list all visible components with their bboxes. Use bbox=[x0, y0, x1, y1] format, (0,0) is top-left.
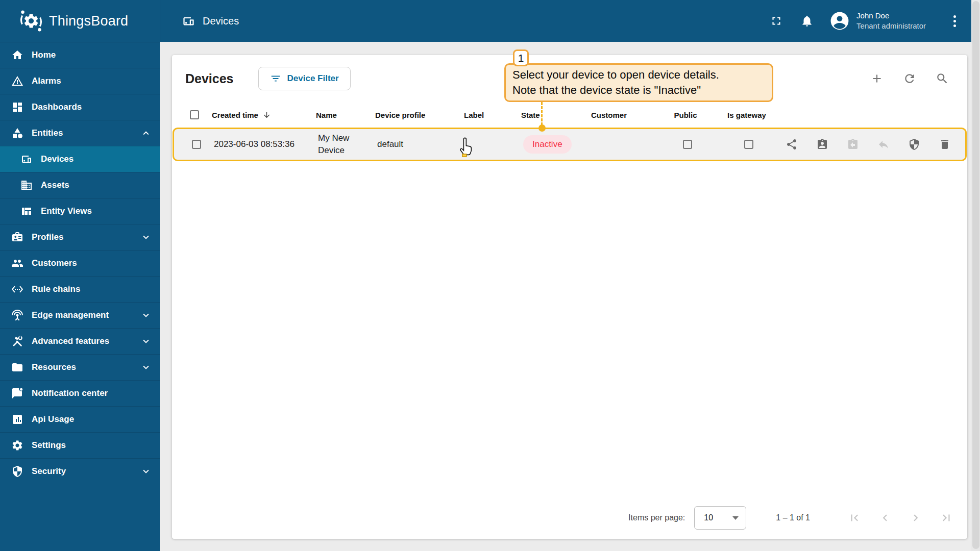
sidebar-item-entity-views[interactable]: Entity Views bbox=[0, 198, 160, 224]
user-info[interactable]: John Doe Tenant administrator bbox=[856, 11, 926, 31]
tutorial-callout: Select your device to open device detail… bbox=[504, 63, 773, 102]
profiles-badge-icon bbox=[11, 231, 23, 243]
user-role: Tenant administrator bbox=[856, 21, 926, 31]
public-checkbox[interactable] bbox=[683, 140, 692, 149]
sidebar: ThingsBoard Home Alarms Dashboards Entit… bbox=[0, 0, 160, 551]
tutorial-step-badge: 1 bbox=[513, 49, 529, 66]
column-is-gateway[interactable]: Is gateway bbox=[714, 111, 780, 119]
sidebar-item-rule-chains[interactable]: Rule chains bbox=[0, 276, 160, 302]
edge-antenna-icon bbox=[11, 309, 23, 321]
rule-chains-icon bbox=[11, 283, 23, 295]
cell-device-name: My New Device bbox=[318, 132, 377, 157]
row-checkbox[interactable] bbox=[192, 140, 201, 149]
chevron-down-icon bbox=[140, 310, 152, 321]
cell-created-time: 2023-06-03 08:53:36 bbox=[214, 139, 318, 149]
next-page-button[interactable] bbox=[909, 511, 922, 524]
cell-state: Inactive bbox=[523, 135, 593, 154]
filter-icon bbox=[270, 73, 281, 84]
sidebar-item-customers[interactable]: Customers bbox=[0, 250, 160, 276]
main-content: Devices Device Filter Created time Name … bbox=[160, 42, 971, 551]
delete-device-trash-icon[interactable] bbox=[939, 138, 951, 151]
devices-icon bbox=[20, 153, 33, 165]
sidebar-item-advanced-features[interactable]: Advanced features bbox=[0, 328, 160, 354]
refresh-button[interactable] bbox=[903, 72, 916, 85]
dashboards-icon bbox=[11, 101, 23, 113]
sidebar-item-edge-management[interactable]: Edge management bbox=[0, 302, 160, 328]
sidebar-item-api-usage[interactable]: Api Usage bbox=[0, 406, 160, 432]
settings-gear-icon bbox=[11, 439, 23, 452]
sidebar-item-dashboards[interactable]: Dashboards bbox=[0, 94, 160, 120]
column-device-profile[interactable]: Device profile bbox=[375, 111, 464, 119]
app-logo[interactable]: ThingsBoard bbox=[0, 0, 160, 42]
resources-folder-icon bbox=[11, 361, 23, 373]
user-name: John Doe bbox=[856, 11, 926, 21]
items-per-page-label: Items per page: bbox=[628, 513, 685, 522]
chevron-down-icon bbox=[140, 336, 152, 347]
sidebar-item-home[interactable]: Home bbox=[0, 42, 160, 68]
column-public[interactable]: Public bbox=[657, 111, 714, 119]
column-name[interactable]: Name bbox=[316, 111, 375, 119]
assign-to-customer-icon[interactable] bbox=[816, 138, 828, 151]
sidebar-item-security[interactable]: Security bbox=[0, 458, 160, 484]
more-menu-icon[interactable] bbox=[951, 13, 958, 29]
last-page-button[interactable] bbox=[940, 511, 953, 524]
sidebar-item-alarms[interactable]: Alarms bbox=[0, 68, 160, 94]
column-label[interactable]: Label bbox=[464, 111, 521, 119]
chevron-down-icon bbox=[140, 466, 152, 477]
sidebar-item-devices[interactable]: Devices bbox=[0, 146, 160, 172]
devices-card: Devices Device Filter Created time Name … bbox=[172, 55, 967, 539]
table-header: Created time Name Device profile Label S… bbox=[172, 102, 967, 128]
thingsboard-logo-icon bbox=[19, 9, 43, 33]
add-device-button[interactable] bbox=[870, 72, 884, 85]
row-actions bbox=[782, 138, 965, 151]
sidebar-item-notification-center[interactable]: Notification center bbox=[0, 380, 160, 406]
assets-domain-icon bbox=[20, 179, 33, 191]
page-size-select[interactable]: 10 bbox=[694, 506, 746, 530]
cell-device-profile: default bbox=[377, 139, 466, 149]
advanced-features-tools-icon bbox=[11, 335, 23, 347]
manage-credentials-shield-icon[interactable] bbox=[908, 138, 920, 151]
is-gateway-checkbox[interactable] bbox=[744, 140, 753, 149]
topbar-title: Devices bbox=[182, 14, 239, 28]
fullscreen-icon[interactable] bbox=[770, 14, 783, 28]
search-button[interactable] bbox=[936, 72, 949, 85]
status-badge-inactive: Inactive bbox=[523, 135, 572, 154]
customers-people-icon bbox=[11, 257, 23, 269]
topbar-title-text: Devices bbox=[203, 15, 239, 27]
select-all-checkbox[interactable] bbox=[190, 110, 199, 119]
chevron-down-icon bbox=[140, 232, 152, 243]
entity-views-quilt-icon bbox=[20, 205, 33, 217]
scrollbar-thumb[interactable] bbox=[972, 1, 979, 549]
entities-category-icon bbox=[11, 127, 23, 139]
sidebar-item-settings[interactable]: Settings bbox=[0, 432, 160, 458]
column-created-time[interactable]: Created time bbox=[212, 111, 316, 119]
security-shield-icon bbox=[11, 465, 23, 478]
home-icon bbox=[11, 49, 23, 61]
topbar: Devices John Doe Tenant administrator bbox=[160, 0, 971, 42]
sidebar-item-assets[interactable]: Assets bbox=[0, 172, 160, 198]
unassign-from-customer-icon bbox=[847, 138, 859, 151]
make-private-reply-icon bbox=[877, 138, 890, 151]
sidebar-item-profiles[interactable]: Profiles bbox=[0, 224, 160, 250]
sidebar-item-entities[interactable]: Entities bbox=[0, 120, 160, 146]
callout-line-2: Note that the device state is "Inactive" bbox=[512, 83, 765, 98]
chevron-up-icon bbox=[140, 128, 152, 139]
device-table-row[interactable]: 2023-06-03 08:53:36 My New Device defaul… bbox=[173, 128, 967, 161]
notifications-bell-icon[interactable] bbox=[800, 14, 814, 28]
mouse-cursor-hand bbox=[459, 137, 475, 159]
make-public-share-icon[interactable] bbox=[786, 138, 798, 151]
previous-page-button[interactable] bbox=[878, 511, 892, 524]
page-scrollbar[interactable] bbox=[971, 0, 980, 551]
sort-desc-arrow-icon bbox=[262, 111, 271, 119]
device-filter-button[interactable]: Device Filter bbox=[258, 67, 351, 90]
column-customer[interactable]: Customer bbox=[591, 111, 657, 119]
pagination-bar: Items per page: 10 1 – 1 of 1 bbox=[172, 497, 967, 539]
app-name: ThingsBoard bbox=[49, 13, 128, 29]
page-range-label: 1 – 1 of 1 bbox=[776, 513, 810, 522]
page-title: Devices bbox=[185, 71, 234, 86]
first-page-button[interactable] bbox=[848, 511, 861, 524]
callout-connector-dot bbox=[538, 124, 546, 132]
sidebar-item-resources[interactable]: Resources bbox=[0, 354, 160, 380]
column-state[interactable]: State bbox=[521, 111, 591, 119]
user-avatar[interactable] bbox=[830, 11, 849, 31]
